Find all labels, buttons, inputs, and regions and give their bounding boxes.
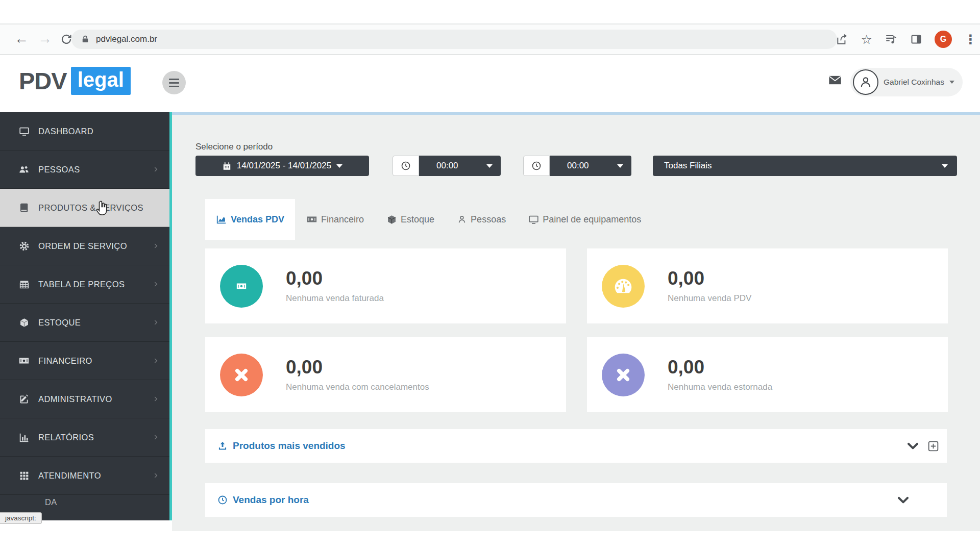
- panel-title-text: Vendas por hora: [233, 494, 309, 506]
- x-icon: [232, 366, 251, 384]
- tab-label: Painel de equipamentos: [543, 214, 641, 225]
- url-text: pdvlegal.com.br: [96, 34, 157, 44]
- sidebar-item-label: TABELA DE PREÇOS: [38, 280, 125, 289]
- chevron-right-icon: [152, 281, 159, 288]
- side-panel-icon[interactable]: [910, 33, 922, 45]
- time-start-select[interactable]: 00:00: [393, 156, 501, 176]
- logo-text-primary: PDV: [19, 67, 67, 95]
- sidebar-item-administrativo[interactable]: ADMINISTRATIVO: [0, 380, 169, 418]
- sidebar-item-label: PESSOAS: [38, 165, 80, 174]
- tab-financeiro[interactable]: Financeiro: [295, 199, 375, 240]
- status-bar-tooltip: javascript:: [0, 512, 42, 524]
- time-end-value: 00:00: [567, 161, 589, 171]
- calendar-icon: [222, 161, 232, 171]
- edit-icon: [17, 394, 31, 405]
- time-end-select[interactable]: 00:00: [523, 156, 631, 176]
- main-content: Selecione o período 14/01/2025 - 14/01/2…: [172, 112, 980, 531]
- tab-estoque[interactable]: Estoque: [375, 199, 446, 240]
- branch-select[interactable]: Todas Filiais: [653, 156, 957, 176]
- sidebar-item-partial[interactable]: DA: [0, 495, 169, 508]
- browser-forward-button[interactable]: →: [38, 31, 52, 47]
- sidebar-item-label: DA: [45, 497, 57, 507]
- sidebar-item-label: PRODUTOS & SERVIÇOS: [38, 203, 143, 213]
- date-range-button[interactable]: 14/01/2025 - 14/01/2025: [195, 156, 369, 176]
- share-icon[interactable]: [836, 33, 849, 46]
- browser-reload-button[interactable]: [60, 33, 72, 49]
- menu-dots-icon[interactable]: ⋮: [964, 32, 977, 47]
- sidebar-item-label: ATENDIMENTO: [38, 471, 101, 481]
- user-menu[interactable]: Gabriel Coxinhas: [850, 68, 963, 96]
- tab-vendas-pdv[interactable]: Vendas PDV: [205, 199, 295, 240]
- app-header: PDV legal Gabriel Coxinhas: [0, 55, 980, 112]
- sidebar-item-tabela-de-precos[interactable]: TABELA DE PREÇOS: [0, 265, 169, 304]
- user-name: Gabriel Coxinhas: [884, 78, 944, 87]
- browser-profile-avatar[interactable]: G: [935, 31, 952, 48]
- chevron-down-icon[interactable]: [906, 439, 920, 453]
- time-start-value: 00:00: [436, 161, 458, 171]
- browser-tab-strip: [0, 0, 980, 24]
- stat-value: 0,00: [668, 269, 751, 288]
- gauge-icon: [611, 274, 635, 298]
- chevron-right-icon: [152, 395, 159, 403]
- clock-icon: [217, 495, 228, 505]
- panel-produtos-mais-vendidos: Produtos mais vendidos: [205, 429, 947, 463]
- tab-label: Estoque: [401, 214, 434, 225]
- user-avatar: [853, 69, 878, 95]
- person-icon: [457, 214, 467, 224]
- upload-icon: [217, 441, 228, 451]
- browser-chrome: ← → pdvlegal.com.br ☆ G ⋮: [0, 0, 980, 55]
- panel-title-link[interactable]: Produtos mais vendidos: [217, 440, 346, 452]
- chevron-right-icon: [152, 357, 159, 364]
- stat-value: 0,00: [286, 358, 429, 377]
- date-range-value: 14/01/2025 - 14/01/2025: [237, 161, 331, 171]
- table-icon: [17, 279, 31, 290]
- caret-down-icon: [617, 164, 623, 168]
- branch-value: Todas Filiais: [664, 161, 712, 171]
- browser-back-button[interactable]: ←: [14, 31, 29, 47]
- stat-caption: Nenhuma venda faturada: [286, 293, 384, 304]
- tab-pessoas[interactable]: Pessoas: [446, 199, 517, 240]
- stat-caption: Nenhuma venda com cancelamentos: [286, 382, 429, 392]
- stat-card-venda-pdv: 0,00Nenhuma venda PDV: [587, 248, 948, 323]
- monitor-icon: [17, 126, 31, 137]
- plus-square-icon[interactable]: [927, 440, 940, 453]
- sidebar-nav: DASHBOARDPESSOASPRODUTOS & SERVIÇOSORDEM…: [0, 112, 169, 520]
- period-label: Selecione o período: [195, 142, 273, 152]
- clock-icon: [393, 156, 419, 176]
- app-logo[interactable]: PDV legal: [19, 67, 131, 95]
- sidebar-item-estoque[interactable]: ESTOQUE: [0, 304, 169, 342]
- sidebar-item-label: RELATÓRIOS: [38, 433, 94, 442]
- chevron-right-icon: [152, 434, 159, 441]
- lock-icon: [81, 35, 90, 44]
- sidebar-item-produtos-servicos[interactable]: PRODUTOS & SERVIÇOS: [0, 189, 169, 227]
- gear-icon: [17, 241, 31, 252]
- monitor-icon: [528, 214, 539, 225]
- chevron-down-icon: [949, 81, 954, 84]
- stat-icon-circle: [220, 265, 263, 308]
- panel-title-link[interactable]: Vendas por hora: [217, 494, 309, 506]
- media-list-icon[interactable]: [885, 33, 898, 46]
- bookmark-star-icon[interactable]: ☆: [861, 32, 872, 47]
- tab-painel-de-equipamentos[interactable]: Painel de equipamentos: [517, 199, 652, 240]
- sidebar-item-financeiro[interactable]: FINANCEIRO: [0, 342, 169, 380]
- sidebar-toggle-button[interactable]: [162, 71, 186, 94]
- cube-icon: [17, 317, 31, 328]
- address-bar[interactable]: pdvlegal.com.br: [71, 30, 837, 49]
- stat-icon-circle: [602, 265, 645, 308]
- stat-caption: Nenhuma venda PDV: [668, 293, 751, 304]
- sidebar-item-ordem-de-servico[interactable]: ORDEM DE SERVIÇO: [0, 227, 169, 265]
- stat-icon-circle: [602, 354, 645, 396]
- messages-envelope-icon[interactable]: [828, 73, 842, 87]
- sidebar-item-label: FINANCEIRO: [38, 356, 92, 366]
- chevron-down-icon[interactable]: [896, 493, 910, 507]
- sidebar-item-dashboard[interactable]: DASHBOARD: [0, 112, 169, 151]
- stat-icon-circle: [220, 354, 263, 396]
- sidebar-item-relatorios[interactable]: RELATÓRIOS: [0, 418, 169, 457]
- x-icon: [614, 366, 632, 384]
- users-icon: [17, 164, 31, 175]
- sidebar-item-atendimento[interactable]: ATENDIMENTO: [0, 457, 169, 495]
- sidebar-item-pessoas[interactable]: PESSOAS: [0, 151, 169, 189]
- stats-grid: 0,00Nenhuma venda faturada0,00Nenhuma ve…: [205, 248, 948, 412]
- pdv-legal-dashboard: ← → pdvlegal.com.br ☆ G ⋮ PDV legal: [0, 0, 980, 551]
- stat-card-venda-estornada: 0,00Nenhuma venda estornada: [587, 337, 948, 412]
